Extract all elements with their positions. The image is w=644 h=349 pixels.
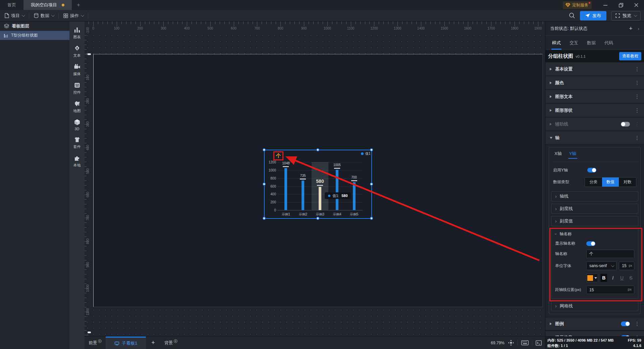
font-color-picker[interactable] (586, 273, 598, 282)
search-icon[interactable] (569, 12, 575, 19)
bold-button[interactable]: B (600, 274, 607, 282)
legend-toggle[interactable] (621, 321, 630, 326)
kebab-menu-icon[interactable]: ⋮ (635, 107, 640, 113)
add-board-button[interactable]: + (146, 337, 160, 349)
layer-item-grouped-bar[interactable]: T型分组柱状图 (0, 31, 69, 40)
resize-handle-ne[interactable] (370, 148, 373, 151)
chevron-right-icon: › (555, 206, 557, 211)
tab-data[interactable]: 数据 (587, 36, 596, 50)
bar-cap (283, 166, 289, 167)
h-ruler-tick (131, 21, 131, 24)
strip-item-map[interactable]: 地图 (73, 100, 81, 113)
group-axis-line[interactable]: › 轴线 (551, 191, 638, 201)
tab-project[interactable]: 我的空白项目 (23, 0, 72, 10)
chevron-down-icon (51, 13, 55, 17)
tab-code[interactable]: 代码 (604, 36, 613, 50)
board-tab-label: 子看板1 (122, 340, 137, 346)
menu-data[interactable]: 数据 (29, 10, 58, 21)
section-color[interactable]: 颜色 ⋮ (545, 76, 644, 90)
resize-handle-w[interactable] (263, 183, 266, 186)
h-ruler-tick (304, 21, 304, 26)
data-type-numeric[interactable]: 数值 (602, 178, 619, 187)
strip-item-3d[interactable]: 3D (73, 118, 81, 131)
foreground-button[interactable]: 前景 (85, 337, 106, 349)
h-ruler-label: 1700 (487, 27, 495, 30)
restore-button[interactable] (613, 0, 629, 10)
group-grid-lines[interactable]: › 网格线 (551, 301, 638, 311)
tab-style[interactable]: 样式 (552, 36, 561, 50)
group-axis-name-header[interactable]: › 轴名称 (551, 229, 638, 239)
publish-button[interactable]: 发布 (580, 11, 606, 20)
strip-item-widgets[interactable]: 控件 (73, 82, 81, 95)
resize-handle-nw[interactable] (263, 148, 266, 151)
group-tick-line[interactable]: › 刻度线 (551, 204, 638, 214)
tab-interaction[interactable]: 交互 (570, 36, 578, 50)
axis-offset-input[interactable] (586, 286, 634, 294)
kebab-menu-icon[interactable]: ⋮ (635, 121, 640, 127)
h-ruler-tick (280, 21, 281, 26)
kebab-menu-icon[interactable]: ⋮ (635, 80, 640, 86)
section-legend[interactable]: 图例 ⋮ (545, 317, 644, 331)
axis-name-input[interactable] (586, 250, 634, 258)
enable-y-axis-toggle[interactable] (587, 168, 596, 172)
strip-item-kits[interactable]: 套件 (73, 136, 81, 149)
preview-button[interactable]: 预览 (611, 11, 641, 20)
v-ruler-tick (85, 321, 87, 321)
resize-handle-n[interactable] (316, 148, 319, 151)
kit-shirt-icon (73, 136, 81, 143)
tutorial-button[interactable]: 查看教程 (619, 52, 641, 60)
strip-item-charts[interactable]: 图表 (73, 26, 81, 40)
minimize-button[interactable] (598, 0, 613, 10)
tab-home[interactable]: 首页 (0, 0, 23, 10)
fit-screen-icon[interactable] (508, 340, 514, 346)
data-type-category[interactable]: 分类 (585, 178, 602, 187)
layer-item-label: T型分组柱状图 (11, 33, 38, 38)
resize-handle-e[interactable] (370, 183, 373, 186)
add-state-button[interactable]: + (629, 25, 633, 32)
strikethrough-button[interactable]: S (628, 274, 634, 282)
section-axis[interactable]: 轴 ⋮ (545, 131, 644, 145)
terminal-icon[interactable] (536, 340, 542, 346)
guide-lines-toggle[interactable] (621, 122, 630, 127)
keyboard-icon[interactable] (521, 340, 529, 345)
custom-service-badge[interactable]: 定制服务 (563, 1, 592, 9)
group-axis-name: › 轴名称 显示轴名称 轴名称 单位字体 sans-serif (551, 229, 638, 299)
new-tab-button[interactable]: + (72, 0, 85, 10)
strip-item-text[interactable]: 文本 (73, 45, 81, 58)
tab-x-axis[interactable]: X轴 (554, 151, 562, 159)
h-ruler-tick (533, 21, 534, 24)
kebab-menu-icon[interactable]: ⋮ (635, 94, 640, 100)
expand-states-button[interactable]: › (638, 26, 639, 31)
kebab-menu-icon[interactable]: ⋮ (635, 66, 640, 72)
kebab-menu-icon[interactable]: ⋮ (635, 135, 640, 141)
font-style-row: B I U S (551, 272, 638, 284)
section-basic-settings[interactable]: 基本设置 ⋮ (545, 62, 644, 76)
kebab-menu-icon[interactable]: ⋮ (635, 321, 640, 327)
zoom-level[interactable]: 69.79% (491, 341, 504, 345)
section-guide-lines[interactable]: 辅助线 ⋮ (545, 117, 644, 131)
resize-handle-sw[interactable] (263, 217, 266, 220)
group-tick-value[interactable]: › 刻度值 (551, 216, 638, 226)
section-tooltip[interactable]: 提示信息 ⋮ (545, 331, 644, 336)
close-button[interactable] (629, 0, 644, 10)
section-graph-text[interactable]: 图形文本 ⋮ (545, 90, 644, 104)
strip-item-local[interactable]: 本地 (73, 154, 81, 168)
close-icon (634, 3, 638, 7)
chart-component[interactable]: 0200400600800100012001048示例1735示例2580示例3… (264, 150, 372, 218)
menu-project[interactable]: 项目 (0, 10, 29, 21)
strip-item-media[interactable]: 媒体 (73, 63, 81, 77)
board-tab[interactable]: 子看板1 (106, 337, 146, 349)
font-family-select[interactable]: sans-serif (586, 261, 616, 270)
menu-actions[interactable]: 操作 (59, 10, 88, 21)
data-type-log[interactable]: 对数 (619, 178, 636, 187)
resize-handle-se[interactable] (370, 217, 373, 220)
canvas-workspace[interactable]: 0100200300400500600700800900100011001200… (85, 21, 545, 336)
show-axis-name-toggle[interactable] (586, 241, 595, 246)
italic-button[interactable]: I (609, 274, 616, 282)
tab-y-axis[interactable]: Y轴 (569, 151, 577, 159)
background-button[interactable]: 背景 (160, 337, 181, 349)
section-graph-shape[interactable]: 图形形状 ⋮ (545, 104, 644, 117)
h-ruler-tick (103, 21, 103, 24)
underline-button[interactable]: U (619, 274, 625, 282)
resize-handle-s[interactable] (316, 217, 319, 220)
